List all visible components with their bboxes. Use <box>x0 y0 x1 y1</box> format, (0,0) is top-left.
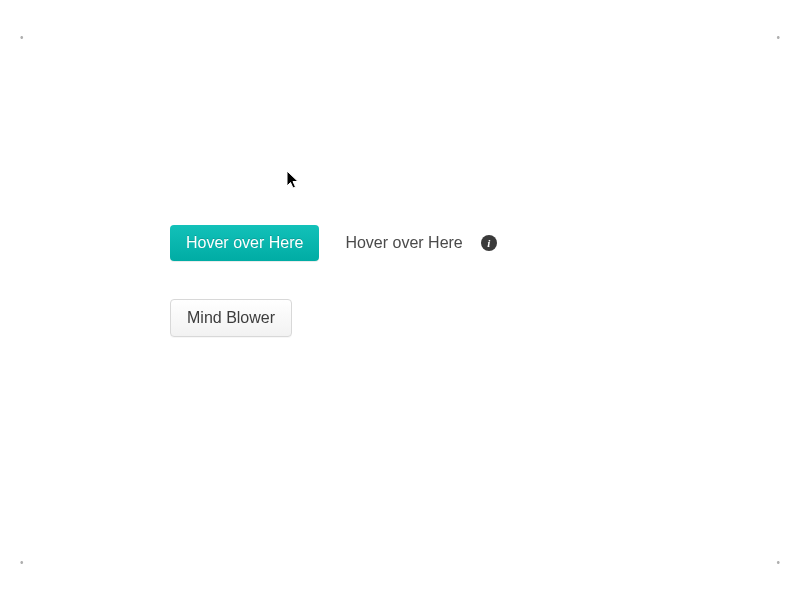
hover-button[interactable]: Hover over Here <box>170 225 319 261</box>
corner-mark-tr: • <box>776 32 780 43</box>
demo-area: Hover over Here Hover over Here i Mind B… <box>170 225 497 337</box>
hover-text-label[interactable]: Hover over Here <box>345 234 462 252</box>
info-icon[interactable]: i <box>481 235 497 251</box>
cursor-icon <box>286 170 302 192</box>
row-hover: Hover over Here Hover over Here i <box>170 225 497 261</box>
corner-mark-bl: • <box>20 557 24 568</box>
mind-blower-button[interactable]: Mind Blower <box>170 299 292 337</box>
corner-mark-tl: • <box>20 32 24 43</box>
row-mind-blower: Mind Blower <box>170 299 497 337</box>
corner-mark-br: • <box>776 557 780 568</box>
info-icon-glyph: i <box>481 235 497 251</box>
